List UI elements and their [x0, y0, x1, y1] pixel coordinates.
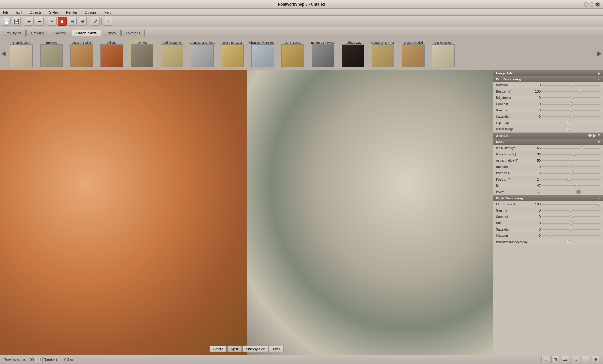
brush-button[interactable]: 🖊	[91, 17, 100, 26]
menu-render[interactable]: Render	[65, 10, 79, 15]
mask-strength-slider[interactable]	[542, 146, 600, 150]
maximize-button[interactable]: □	[590, 2, 594, 7]
preset-grandparents-photo[interactable]: Grandparents Photo	[187, 39, 217, 68]
position-y-slider[interactable]	[542, 177, 600, 182]
mask-label: Mask	[496, 140, 505, 144]
menu-objects[interactable]: Objects	[29, 10, 43, 15]
hue-slider[interactable]	[542, 221, 600, 225]
zoom-out-button[interactable]: 🔍	[541, 356, 549, 363]
preset-when-you-were-young[interactable]: When You Were Young	[247, 39, 278, 68]
position-x-label: Position X	[496, 171, 530, 175]
view-after-button[interactable]: After	[269, 346, 283, 352]
flip-image-checkbox[interactable]	[565, 121, 569, 125]
mask-size-slider[interactable]	[542, 152, 600, 156]
preset-bromols-light[interactable]: Bromols Light	[6, 39, 36, 68]
brightness-slider[interactable]	[542, 95, 600, 100]
tab-my-styles[interactable]: My styles	[2, 30, 26, 36]
preset-brown-clouded[interactable]: Brown Clouded	[398, 39, 428, 68]
preview-scale-value: 1.00	[27, 358, 34, 361]
tab-graphic-arts[interactable]: Graphic arts	[72, 30, 101, 36]
resize-slider[interactable]	[542, 89, 600, 94]
preset-autumn-spring[interactable]: Autumn Spring	[67, 39, 97, 68]
image-info-header[interactable]: Image Info ▶	[493, 70, 603, 76]
brightness-value: 0	[530, 96, 541, 100]
preset-fading-away[interactable]: Fading Away	[338, 39, 368, 68]
archives-play-icon[interactable]: ▶	[593, 133, 596, 138]
pre-processing-collapse[interactable]: ▼	[597, 78, 600, 81]
preserve-transparency-label: Preserve transparency	[496, 240, 530, 244]
menu-edit[interactable]: Edit	[15, 10, 24, 15]
saturation-label: Saturation	[496, 115, 530, 118]
saturation-slider[interactable]	[542, 114, 600, 119]
tab-favorites[interactable]: Favorites	[121, 30, 145, 36]
view1-button[interactable]: ■	[58, 17, 67, 26]
menu-help[interactable]: Help	[103, 10, 113, 15]
help-button[interactable]: ?	[104, 17, 112, 26]
preset-athene[interactable]: Athene	[97, 39, 127, 68]
new-button[interactable]: 📄	[2, 17, 11, 26]
undo-button[interactable]: ↩	[25, 17, 34, 26]
post-saturation-slider[interactable]	[542, 227, 600, 231]
position-x-slider[interactable]	[542, 171, 600, 175]
crop-button[interactable]: ✂	[48, 17, 57, 26]
preset-clouds-on-my-past[interactable]: Clouds On My Past	[368, 39, 398, 68]
gamma-slider[interactable]	[542, 108, 600, 112]
mirror-image-checkbox[interactable]	[565, 127, 569, 131]
fullscreen-button[interactable]: ⛶	[582, 356, 589, 363]
archives-collapse[interactable]: ▼	[597, 133, 600, 138]
tab-drawing[interactable]: Drawing	[26, 30, 48, 36]
preset-hangin-on-wall[interactable]: Hangin on the Wall	[308, 39, 338, 68]
tab-photo[interactable]: Photo	[102, 30, 121, 36]
rotation-slider[interactable]	[542, 83, 600, 87]
view3-button[interactable]: ⊞	[78, 17, 87, 26]
preset-ants-on-screen[interactable]: Ants on Screen	[428, 39, 459, 68]
pre-processing-header[interactable]: Pre-Processing ▼	[493, 76, 603, 82]
view2-button[interactable]: ⊟	[68, 17, 77, 26]
zoom-in-button[interactable]: 🔍	[572, 356, 579, 363]
preset-out-of-focus[interactable]: Out of Focus	[278, 39, 308, 68]
menu-file[interactable]: File	[2, 10, 10, 15]
zoom-fit-button[interactable]: ⊡	[551, 356, 559, 363]
preset-bromols[interactable]: Bromols	[36, 39, 67, 68]
ratio-value[interactable]: 1:1	[35, 357, 42, 362]
blur-slider[interactable]	[542, 183, 600, 188]
canvas-area[interactable]: Before Split Side-by-side After	[0, 70, 493, 355]
post-processing-collapse[interactable]: ▼	[597, 197, 600, 200]
minimize-button[interactable]: –	[584, 2, 589, 7]
preset-nav-right[interactable]: ▶	[597, 49, 602, 58]
effect-strength-slider[interactable]	[542, 202, 600, 206]
save-button[interactable]: 💾	[12, 17, 21, 26]
menu-styles[interactable]: Styles	[48, 10, 60, 15]
archives-header[interactable]: Archives 👁 ▶ ▼	[493, 133, 603, 139]
view-before-button[interactable]: Before	[210, 346, 227, 352]
toolbar-separator-4	[101, 18, 102, 25]
post-gamma-slider[interactable]	[542, 208, 600, 213]
archives-label: Archives	[496, 134, 510, 138]
invert-checkbox[interactable]	[576, 190, 581, 194]
sharpen-slider[interactable]	[542, 233, 600, 238]
titlebar: PostworkShop 3 - Untitled – □ ✕	[0, 0, 603, 9]
archives-eye-icon[interactable]: 👁	[588, 133, 592, 138]
view-split-button[interactable]: Split	[227, 346, 242, 352]
mask-header[interactable]: Mask ▼	[493, 139, 603, 145]
zoom-100-button[interactable]: 1:1	[562, 356, 569, 363]
aspect-ratio-slider[interactable]	[542, 158, 600, 163]
preset-old-magazine[interactable]: Old Magazine	[157, 39, 187, 68]
preserve-transparency-checkbox[interactable]	[565, 240, 569, 244]
tab-painting[interactable]: Painting	[49, 30, 71, 36]
mask-collapse[interactable]: ▼	[597, 140, 600, 144]
settings-button[interactable]: ⚙	[592, 356, 599, 363]
mask-rotation-slider[interactable]	[542, 165, 600, 169]
post-processing-header[interactable]: Post-Processing ▼	[493, 195, 603, 201]
preset-your-first-steps[interactable]: Your First Steps	[217, 39, 247, 68]
view-sidebyside-button[interactable]: Side-by-side	[242, 346, 269, 352]
preset-nav-left[interactable]: ◀	[1, 49, 6, 58]
post-contrast-slider[interactable]	[542, 215, 600, 219]
split-divider[interactable]	[247, 70, 247, 355]
preset-archives[interactable]: Archives	[127, 39, 157, 68]
contrast-slider[interactable]	[542, 102, 600, 106]
close-button[interactable]: ✕	[595, 2, 600, 7]
redo-button[interactable]: ↪	[35, 17, 44, 26]
image-info-collapse[interactable]: ▶	[598, 72, 600, 75]
menu-options[interactable]: Options	[84, 10, 98, 15]
